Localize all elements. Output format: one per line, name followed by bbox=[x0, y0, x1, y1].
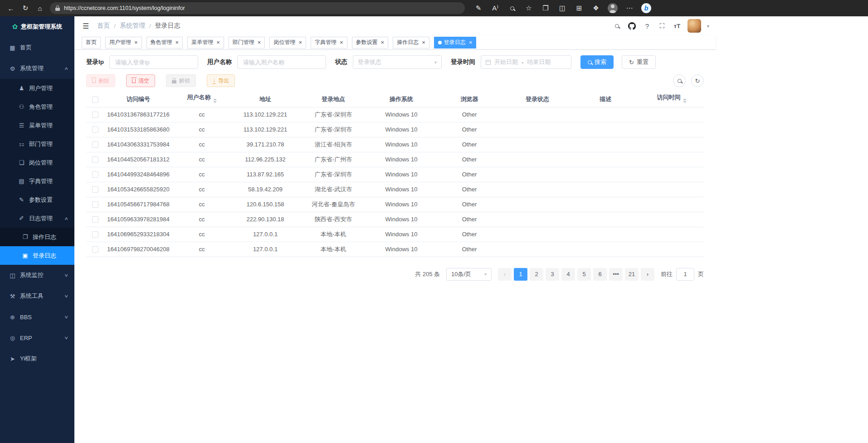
delete-button[interactable]: 删除 bbox=[86, 74, 115, 87]
table-row[interactable]: 1641044520567181312 cc 112.96.225.132 广东… bbox=[86, 152, 704, 167]
tab-post-management[interactable]: 岗位管理× bbox=[269, 37, 306, 49]
tab-dictionary-management[interactable]: 字典管理× bbox=[311, 37, 347, 49]
table-row[interactable]: 1641069652933218304 cc 127.0.0.1 本地-本机 W… bbox=[86, 227, 704, 242]
sidebar-item-login-log[interactable]: ▣ 登录日志 bbox=[0, 246, 74, 265]
close-icon[interactable]: × bbox=[258, 39, 261, 45]
search-button[interactable]: 搜索 bbox=[580, 55, 614, 69]
column-user-name[interactable]: 用户名称 bbox=[172, 92, 231, 107]
sidebar-item-operation-log[interactable]: ❐ 操作日志 bbox=[0, 228, 74, 246]
address-bar[interactable]: https://ccnetcore.com:1101/system/log/lo… bbox=[50, 2, 465, 14]
search-icon[interactable] bbox=[613, 21, 622, 31]
close-icon[interactable]: × bbox=[422, 39, 425, 45]
table-row[interactable]: 1641059633978281984 cc 222.90.130.18 陕西省… bbox=[86, 212, 704, 227]
sidebar-item-menus[interactable]: ☰ 菜单管理 bbox=[0, 116, 74, 135]
sort-icon[interactable] bbox=[213, 97, 217, 105]
table-row[interactable]: 1641031367863177216 cc 113.102.129.221 广… bbox=[86, 107, 704, 122]
close-icon[interactable]: × bbox=[176, 39, 179, 45]
row-checkbox[interactable] bbox=[92, 112, 98, 118]
page-button-6[interactable]: 6 bbox=[593, 268, 607, 281]
row-checkbox[interactable] bbox=[92, 246, 98, 253]
sidebar-item-erp[interactable]: ◎ ERP ∨ bbox=[0, 327, 74, 348]
sidebar-item-system[interactable]: ⚙ 系统管理 ∧ bbox=[0, 58, 74, 79]
row-checkbox[interactable] bbox=[92, 216, 98, 223]
close-icon[interactable]: × bbox=[134, 39, 138, 45]
close-icon[interactable]: × bbox=[381, 39, 385, 45]
close-icon[interactable]: × bbox=[340, 39, 343, 45]
hamburger-icon[interactable]: ☰ bbox=[81, 22, 91, 30]
read-aloud-button[interactable]: A⁾ bbox=[488, 1, 502, 15]
user-name-input[interactable] bbox=[237, 55, 326, 69]
table-row[interactable]: 1641044993248464896 cc 113.87.92.165 广东省… bbox=[86, 167, 704, 182]
next-page-button[interactable]: › bbox=[641, 268, 654, 281]
clear-button[interactable]: 清空 bbox=[126, 74, 155, 87]
sidebar-item-log-management[interactable]: ✐ 日志管理 ∧ bbox=[0, 209, 74, 228]
close-icon[interactable]: × bbox=[216, 39, 220, 45]
close-icon[interactable]: × bbox=[469, 39, 473, 45]
table-row[interactable]: 1641031533185863680 cc 113.102.129.221 广… bbox=[86, 122, 704, 137]
fullscreen-icon[interactable]: ⛶ bbox=[658, 21, 667, 31]
favorites-bar-button[interactable]: ⊞ bbox=[572, 1, 586, 15]
back-button[interactable]: ← bbox=[4, 1, 18, 15]
column-visit-time[interactable]: 访问时间 bbox=[639, 92, 704, 107]
sidebar-item-departments[interactable]: ⚏ 部门管理 bbox=[0, 135, 74, 153]
table-row[interactable]: 1641053426655825920 cc 58.19.42.209 湖北省-… bbox=[86, 182, 704, 197]
font-size-icon[interactable]: тT bbox=[673, 21, 682, 31]
row-checkbox[interactable] bbox=[92, 231, 98, 238]
split-screen-button[interactable]: ◫ bbox=[555, 1, 570, 15]
table-row[interactable]: 1641069798270046208 cc 127.0.0.1 本地-本机 W… bbox=[86, 242, 704, 257]
sort-icon[interactable] bbox=[683, 97, 687, 105]
page-button-1[interactable]: 1 bbox=[514, 268, 527, 281]
sidebar-item-posts[interactable]: ❏ 岗位管理 bbox=[0, 153, 74, 172]
row-checkbox[interactable] bbox=[92, 156, 98, 163]
tab-menu-management[interactable]: 菜单管理× bbox=[187, 37, 224, 49]
row-checkbox[interactable] bbox=[92, 127, 98, 133]
export-button[interactable]: ↓ 导出 bbox=[207, 74, 235, 87]
sidebar-item-users[interactable]: ♟ 用户管理 bbox=[0, 79, 74, 97]
tab-parameter-settings[interactable]: 参数设置× bbox=[352, 37, 389, 49]
sidebar-item-dictionary[interactable]: ▤ 字典管理 bbox=[0, 172, 74, 190]
close-icon[interactable]: × bbox=[298, 39, 302, 45]
row-checkbox[interactable] bbox=[92, 171, 98, 178]
reload-button[interactable]: ↻ bbox=[18, 1, 33, 15]
tab-operation-log[interactable]: 操作日志× bbox=[393, 37, 429, 49]
browser-home-button[interactable]: ⌂ bbox=[33, 1, 47, 15]
sidebar-item-parameters[interactable]: ✎ 参数设置 bbox=[0, 190, 74, 209]
tab-department-management[interactable]: 部门管理× bbox=[229, 37, 265, 49]
table-row[interactable]: 1641054566717984768 cc 120.6.150.158 河北省… bbox=[86, 197, 704, 212]
login-ip-input[interactable] bbox=[109, 55, 198, 69]
page-size-select[interactable]: 10条/页 ▾ bbox=[446, 268, 492, 281]
extensions-button[interactable]: ❖ bbox=[589, 1, 603, 15]
sidebar-item-roles[interactable]: ⚇ 角色管理 bbox=[0, 97, 74, 116]
github-icon[interactable] bbox=[628, 21, 637, 31]
sidebar-item-bbs[interactable]: ⊕ BBS ∨ bbox=[0, 307, 74, 327]
sidebar-item-tools[interactable]: ⚒ 系统工具 ∨ bbox=[0, 286, 74, 307]
prev-page-button[interactable]: ‹ bbox=[498, 268, 512, 281]
table-row[interactable]: 1641043063331753984 cc 39.171.210.78 浙江省… bbox=[86, 137, 704, 152]
copilot-icon[interactable]: b bbox=[641, 3, 651, 13]
password-key-button[interactable]: ✎ bbox=[471, 1, 486, 15]
row-checkbox[interactable] bbox=[92, 201, 98, 208]
page-button-2[interactable]: 2 bbox=[530, 268, 543, 281]
user-avatar[interactable] bbox=[688, 19, 701, 33]
collections-button[interactable]: ❐ bbox=[538, 1, 553, 15]
help-icon[interactable]: ? bbox=[643, 21, 652, 31]
tab-login-log[interactable]: 登录日志× bbox=[434, 37, 477, 49]
reset-button[interactable]: ↻ 重置 bbox=[622, 55, 656, 69]
more-pages-button[interactable]: ••• bbox=[609, 268, 623, 281]
select-all-checkbox[interactable] bbox=[92, 97, 98, 103]
avatar-caret-icon[interactable]: ▾ bbox=[707, 24, 709, 29]
row-checkbox[interactable] bbox=[92, 141, 98, 148]
sidebar-item-monitor[interactable]: ◫ 系统监控 ∨ bbox=[0, 265, 74, 286]
page-button-5[interactable]: 5 bbox=[577, 268, 591, 281]
zoom-button[interactable] bbox=[505, 1, 519, 15]
breadcrumb-home[interactable]: 首页 bbox=[97, 22, 110, 30]
show-search-button[interactable] bbox=[673, 74, 686, 87]
browser-profile-avatar[interactable] bbox=[608, 3, 618, 13]
login-time-range-picker[interactable]: 开始日期 - 结束日期 bbox=[481, 55, 571, 69]
tab-home[interactable]: 首页 bbox=[82, 37, 101, 49]
page-button-last[interactable]: 21 bbox=[625, 268, 639, 281]
sidebar-item-yi-framework[interactable]: ➤ Yi框架 bbox=[0, 348, 74, 369]
page-button-3[interactable]: 3 bbox=[546, 268, 559, 281]
tab-user-management[interactable]: 用户管理× bbox=[105, 37, 142, 49]
browser-menu-button[interactable]: ⋯ bbox=[622, 1, 637, 15]
